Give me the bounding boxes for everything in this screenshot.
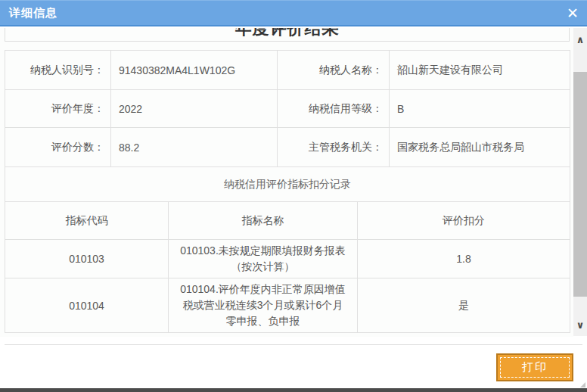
taxpayer-name-value: 韶山新天建设有限公司 [390,51,570,90]
indicator-deduction: 是 [358,278,570,333]
eval-score-value: 88.2 [111,128,278,167]
scroll-down-icon[interactable]: ∨ [573,318,587,331]
dialog-titlebar: 详细信息 ✕ [0,0,587,26]
table-row: 评价分数： 88.2 主管税务机关： 国家税务总局韶山市税务局 [5,128,570,167]
table-header-row: 指标代码 指标名称 评价扣分 [5,202,570,240]
taxpayer-name-label: 纳税人名称： [278,51,390,90]
col-header-deduction: 评价扣分 [358,202,570,240]
page-title-box: 年度评价结果 [5,28,570,42]
indicator-name: 010104.评价年度内非正常原因增值税或营业税连续3个月或累计6个月零申报、负… [169,278,358,333]
indicator-name: 010103.未按规定期限填报财务报表（按次计算） [169,240,358,278]
credit-grade-label: 纳税信用等级： [278,90,390,128]
scroll-content[interactable]: 年度评价结果 纳税人识别号： 91430382MA4L1W102G 纳税人名称：… [0,28,573,337]
indicator-deduction: 1.8 [358,240,570,278]
deduction-section-header: 纳税信用评价指标扣分记录 [5,167,570,202]
vertical-scrollbar[interactable]: ∧ ∨ [573,28,587,336]
indicator-table: 指标代码 指标名称 评价扣分 010103 010103.未按规定期限填报财务报… [5,201,570,333]
table-row: 纳税人识别号： 91430382MA4L1W102G 纳税人名称： 韶山新天建设… [5,51,570,90]
credit-grade-value: B [390,90,570,128]
table-row: 纳税信用评价指标扣分记录 [5,167,570,202]
table-row: 评价年度： 2022 纳税信用等级： B [5,90,570,128]
dialog-title: 详细信息 [0,6,57,20]
col-header-name: 指标名称 [169,202,358,240]
table-row: 010104 010104.评价年度内非正常原因增值税或营业税连续3个月或累计6… [5,278,570,333]
tax-authority-value: 国家税务总局韶山市税务局 [390,128,570,167]
taxpayer-id-value: 91430382MA4L1W102G [111,51,278,90]
indicator-code: 010104 [5,278,169,333]
print-button[interactable]: 打印 [496,353,573,381]
tax-authority-label: 主管税务机关： [278,128,390,167]
footer-divider [5,344,582,345]
scrollbar-thumb[interactable] [573,72,587,297]
page-title: 年度评价结果 [235,28,340,40]
col-header-code: 指标代码 [5,202,169,240]
taxpayer-id-label: 纳税人识别号： [5,51,111,90]
indicator-code: 010103 [5,240,169,278]
dialog-bottom-edge [0,388,587,392]
eval-score-label: 评价分数： [5,128,111,167]
close-icon[interactable]: ✕ [561,2,584,24]
taxpayer-info-table: 纳税人识别号： 91430382MA4L1W102G 纳税人名称： 韶山新天建设… [5,50,570,202]
eval-year-value: 2022 [111,90,278,128]
resize-grip[interactable] [580,382,585,387]
eval-year-label: 评价年度： [5,90,111,128]
detail-info-dialog: 详细信息 ✕ 年度评价结果 纳税人识别号： 91430382MA4L1W102G… [0,0,587,392]
table-row: 010103 010103.未按规定期限填报财务报表（按次计算） 1.8 [5,240,570,278]
scroll-up-icon[interactable]: ∧ [573,33,587,46]
